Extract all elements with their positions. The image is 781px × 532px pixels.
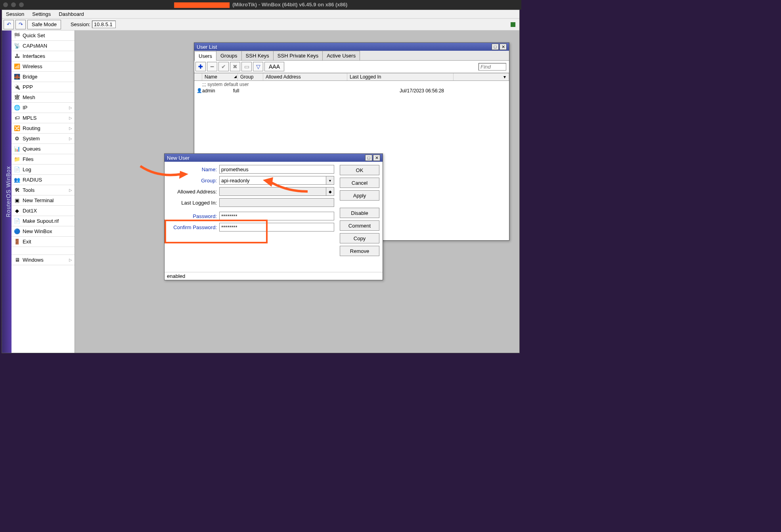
sidebar-item-label: RADIUS	[23, 177, 42, 183]
mac-close-icon[interactable]	[3, 2, 8, 7]
sidebar-item-capsman[interactable]: 📡CAPsMAN	[11, 41, 75, 51]
col-allowed-address[interactable]: Allowed Address	[263, 73, 347, 80]
col-last-logged-in[interactable]: Last Logged In	[347, 73, 454, 80]
session-value: 10.8.5.1	[92, 21, 116, 28]
sidebar-item-label: Tools	[23, 187, 34, 193]
menu-settings[interactable]: Settings	[28, 10, 55, 18]
workspace: User List □ ✕ Users Groups SSH Keys SSH …	[75, 31, 519, 353]
sidebar-item-radius[interactable]: 👥RADIUS	[11, 175, 75, 185]
label-name: Name:	[168, 166, 219, 172]
cancel-button[interactable]: Cancel	[340, 178, 379, 188]
name-field[interactable]	[219, 165, 334, 174]
session-label: Session:	[71, 21, 90, 27]
label-confirm-password: Confirm Password:	[168, 224, 219, 230]
sidebar-item-label: Quick Set	[23, 33, 45, 38]
sidebar-item-tools[interactable]: 🛠Tools▷	[11, 185, 75, 195]
new-user-titlebar[interactable]: New User □ ✕	[165, 154, 383, 162]
tab-ssh-private-keys[interactable]: SSH Private Keys	[273, 51, 323, 60]
sidebar-item-label: New WinBox	[23, 228, 52, 234]
menubar: Session Settings Dashboard	[2, 10, 519, 19]
user-list-titlebar[interactable]: User List □ ✕	[194, 43, 509, 51]
sidebar-item-files[interactable]: 📁Files	[11, 154, 75, 165]
sidebar-item-dot1x[interactable]: ◆Dot1X	[11, 206, 75, 216]
table-header[interactable]: Name◢ Group Allowed Address Last Logged …	[194, 73, 509, 81]
sidebar-item-log[interactable]: 📄Log	[11, 165, 75, 175]
make-supout.rif-icon: 📄	[14, 218, 20, 224]
menu-dashboard[interactable]: Dashboard	[55, 10, 88, 18]
disable-button[interactable]: Disable	[340, 208, 379, 218]
sidebar-item-interfaces[interactable]: 🖧Interfaces	[11, 51, 75, 61]
col-group[interactable]: Group	[238, 73, 263, 80]
tab-groups[interactable]: Groups	[216, 51, 242, 60]
find-input[interactable]	[479, 63, 506, 71]
sidebar-item-windows[interactable]: 🖥 Windows ▷	[11, 255, 75, 265]
comment-button[interactable]: ▭	[241, 62, 252, 71]
last-logged-in-field	[219, 198, 334, 207]
userlist-close-icon[interactable]: ✕	[500, 44, 507, 50]
user-table: Name◢ Group Allowed Address Last Logged …	[194, 73, 509, 94]
add-button[interactable]: ✚	[195, 62, 206, 71]
newuser-close-icon[interactable]: ✕	[373, 155, 380, 161]
sidebar-item-queues[interactable]: 📊Queues	[11, 144, 75, 154]
password-field[interactable]	[219, 212, 334, 220]
sidebar-item-routing[interactable]: 🔀Routing▷	[11, 123, 75, 134]
sidebar-item-new-terminal[interactable]: ▣New Terminal	[11, 195, 75, 206]
safe-mode-button[interactable]: Safe Mode	[27, 20, 61, 29]
enable-button[interactable]: ✔	[218, 62, 229, 71]
remove-button[interactable]: ━	[207, 62, 217, 71]
allowed-address-expand-icon[interactable]: ◆	[326, 187, 334, 196]
redo-button[interactable]: ↷	[15, 20, 26, 29]
columns-dropdown-icon[interactable]: ▾	[500, 73, 509, 80]
sidebar-item-new-winbox[interactable]: 🔵New WinBox	[11, 226, 75, 237]
sidebar-item-mesh[interactable]: 🕸Mesh	[11, 92, 75, 103]
group-dropdown-icon[interactable]: ▾	[326, 176, 334, 185]
sidebar-item-ppp[interactable]: 🔌PPP	[11, 82, 75, 92]
tab-active-users[interactable]: Active Users	[322, 51, 360, 60]
sidebar-item-label: Dot1X	[23, 208, 37, 214]
allowed-address-field[interactable]	[219, 187, 326, 196]
menu-session[interactable]: Session	[2, 10, 28, 18]
sidebar-item-bridge[interactable]: 🌉Bridge	[11, 72, 75, 82]
aaa-button[interactable]: AAA	[264, 62, 284, 71]
content-area: RouterOS WinBox 🏁Quick Set📡CAPsMAN🖧Inter…	[2, 31, 519, 353]
sidebar-item-mpls[interactable]: 🏷MPLS▷	[11, 113, 75, 123]
exit-icon: 🚪	[14, 239, 20, 245]
sidebar-item-label: New Terminal	[23, 197, 54, 203]
mac-min-icon[interactable]	[11, 2, 16, 7]
sidebar-item-exit[interactable]: 🚪Exit	[11, 237, 75, 247]
routing-icon: 🔀	[14, 125, 20, 132]
sidebar-item-make-supout.rif[interactable]: 📄Make Supout.rif	[11, 216, 75, 226]
userlist-maximize-icon[interactable]: □	[492, 44, 499, 50]
ok-button[interactable]: OK	[340, 165, 379, 175]
sidebar-item-system[interactable]: ⚙System▷	[11, 134, 75, 144]
sidebar-item-wireless[interactable]: 📶Wireless	[11, 61, 75, 72]
tab-users[interactable]: Users	[194, 51, 216, 61]
sidebar-item-quick-set[interactable]: 🏁Quick Set	[11, 31, 75, 41]
group-field[interactable]	[219, 176, 326, 185]
sidebar-item-ip[interactable]: 🌐IP▷	[11, 103, 75, 113]
comment-button[interactable]: Comment	[340, 220, 379, 231]
sidebar-item-label: Bridge	[23, 74, 38, 80]
apply-button[interactable]: Apply	[340, 190, 379, 201]
col-flag[interactable]	[194, 73, 202, 80]
sidebar-item-label: MPLS	[23, 115, 36, 121]
queues-icon: 📊	[14, 146, 20, 152]
confirm-password-field[interactable]	[219, 223, 334, 232]
mac-max-icon[interactable]	[19, 2, 24, 7]
table-row[interactable]: 👤 admin full Jul/17/2023 06:56:28	[194, 87, 509, 94]
copy-button[interactable]: Copy	[340, 233, 379, 243]
undo-button[interactable]: ↶	[4, 20, 14, 29]
col-name[interactable]: Name◢	[202, 73, 238, 80]
newuser-maximize-icon[interactable]: □	[365, 155, 372, 161]
outer-window: (MikroTik) - WinBox (64bit) v6.45.9 on x…	[0, 0, 521, 355]
traffic-lights[interactable]	[3, 2, 24, 7]
remove-button[interactable]: Remove	[340, 246, 379, 256]
cell-log: Jul/17/2023 06:56:28	[340, 88, 446, 94]
chevron-right-icon: ▷	[69, 258, 72, 262]
log-icon: 📄	[14, 166, 20, 173]
tab-ssh-keys[interactable]: SSH Keys	[241, 51, 274, 60]
new-user-body: Name: Group: ▾ Allow	[165, 162, 383, 259]
filter-button[interactable]: ▽	[253, 62, 263, 71]
disable-button[interactable]: ✖	[230, 62, 240, 71]
monitor-icon: 🖥	[14, 257, 20, 263]
